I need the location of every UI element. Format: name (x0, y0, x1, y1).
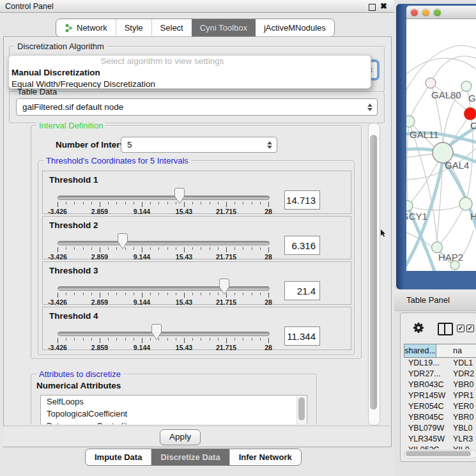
threshold-1-value-field[interactable]: 14.713 (284, 190, 320, 210)
cell-shared-name[interactable]: YBR045C (404, 412, 450, 423)
tick-mark (192, 338, 193, 341)
table-row[interactable]: YDL19...YDL1 (404, 358, 476, 369)
column-header-name[interactable]: na (436, 344, 476, 358)
slider-track[interactable] (58, 332, 270, 336)
minimize-traffic-light-icon[interactable] (422, 9, 429, 16)
threshold-1-slider[interactable]: -3.4262.8599.14415.4321.71528 (58, 194, 268, 212)
network-edge[interactable] (406, 58, 476, 80)
network-node[interactable] (406, 201, 413, 211)
network-view-canvas[interactable]: GAL80GACGAL11GAL4GCY1HHAP2 (406, 19, 476, 271)
tick-label: 28 (265, 344, 272, 351)
tab-discretize-data[interactable]: Discretize Data (151, 449, 229, 465)
cell-name[interactable]: YER0 (450, 401, 476, 412)
tick-mark (150, 338, 151, 341)
dropdown-option-equal-width[interactable]: Equal Width/Frequency Discretization (9, 79, 371, 89)
cell-name[interactable]: YIL0 (450, 445, 476, 449)
apply-button[interactable]: Apply (160, 429, 201, 445)
network-node[interactable] (464, 108, 476, 120)
dropdown-placeholder-option[interactable]: Select algorithm to view settings (9, 56, 371, 67)
tick-mark (134, 247, 134, 250)
tick-mark (150, 247, 151, 250)
table-row[interactable]: YBR043CYBR0 (404, 380, 476, 390)
gear-icon[interactable] (412, 321, 425, 334)
tab-cyni-toolbox[interactable]: Cyni Toolbox (192, 19, 256, 36)
scrollbar-thumb[interactable] (370, 135, 377, 410)
table-row[interactable]: YER054CYER0 (404, 401, 476, 412)
attributes-scrollbar[interactable] (296, 396, 306, 424)
cell-shared-name[interactable]: YIL052C (404, 445, 450, 449)
cell-name[interactable]: YBL0 (450, 423, 476, 434)
network-edge[interactable] (409, 83, 431, 121)
tab-style[interactable]: Style (116, 19, 151, 36)
split-columns-icon[interactable] (438, 323, 453, 335)
settings-scrollbar[interactable] (368, 123, 380, 426)
tab-network[interactable]: Network (56, 19, 116, 36)
cell-shared-name[interactable]: YER054C (404, 401, 450, 412)
cell-name[interactable]: YBR0 (450, 380, 476, 390)
scrollbar-thumb[interactable] (406, 451, 471, 456)
network-node[interactable] (461, 81, 472, 91)
table-row[interactable]: YPR145WYPR1 (404, 390, 476, 401)
cell-name[interactable]: YBR0 (450, 412, 476, 423)
number-of-intervals-combobox[interactable]: 5 (121, 137, 277, 153)
attribute-list-item[interactable]: SelfLoops (41, 395, 307, 408)
slider-handle[interactable] (118, 233, 128, 249)
cell-shared-name[interactable]: YLR345W (404, 434, 450, 445)
checkbox-icon[interactable]: ✓ (457, 325, 464, 332)
close-icon[interactable]: ✖ (380, 1, 387, 12)
dropdown-option-manual[interactable]: Manual Discretization (9, 67, 371, 79)
tab-select[interactable]: Select (151, 19, 192, 36)
network-edge[interactable] (431, 56, 476, 83)
network-window-titlebar[interactable] (406, 6, 476, 19)
threshold-3-slider[interactable]: -3.4262.8599.14415.4321.71528 (58, 285, 268, 303)
network-node[interactable] (426, 78, 436, 88)
tab-jactivemnodules[interactable]: jActiveMNodules (256, 19, 334, 36)
threshold-2-value-field[interactable]: 6.316 (284, 236, 320, 255)
cell-shared-name[interactable]: YDL19... (404, 358, 450, 369)
network-node[interactable] (432, 242, 443, 253)
threshold-3-value-field[interactable]: 21.4 (284, 281, 320, 300)
network-edge[interactable] (408, 206, 460, 210)
table-row[interactable]: YDR27...YDR2 (404, 369, 476, 380)
cell-name[interactable]: YDR2 (450, 369, 476, 380)
slider-handle[interactable] (219, 279, 229, 295)
tab-impute-data[interactable]: Impute Data (86, 449, 151, 465)
network-window[interactable]: GAL80GACGAL11GAL4GCY1HHAP2 (396, 4, 476, 289)
cell-shared-name[interactable]: YBL079W (404, 423, 450, 434)
slider-track[interactable] (58, 286, 270, 291)
attribute-list-item[interactable]: TopologicalCoefficient (41, 408, 307, 420)
tick-mark (74, 293, 75, 295)
checkbox-icon[interactable]: ✓ (466, 325, 474, 332)
tick-mark (268, 247, 269, 252)
close-traffic-light-icon[interactable] (411, 9, 418, 16)
slider-track[interactable] (58, 196, 270, 200)
column-header-shared-name[interactable]: shared... (404, 344, 436, 358)
slider-handle[interactable] (151, 324, 162, 340)
cell-shared-name[interactable]: YDR27... (404, 369, 450, 380)
float-window-icon[interactable] (369, 4, 376, 11)
scrollbar-thumb[interactable] (298, 397, 305, 420)
table-row[interactable]: YBR045CYBR0 (404, 412, 476, 423)
tab-infer-network[interactable]: Infer Network (229, 449, 301, 465)
attribute-list-item[interactable]: BetweennessCentrality (41, 420, 307, 424)
cell-shared-name[interactable]: YBR043C (404, 380, 450, 390)
table-row[interactable]: YBL079WYBL0 (404, 423, 476, 434)
threshold-2-slider[interactable]: -3.4262.8599.14415.4321.71528 (58, 240, 268, 257)
cell-name[interactable]: YLR3 (450, 434, 476, 445)
zoom-traffic-light-icon[interactable] (434, 9, 441, 16)
apply-strip: Apply (3, 426, 390, 447)
slider-track[interactable] (58, 241, 270, 245)
table-horizontal-scrollbar[interactable] (404, 450, 476, 459)
cell-name[interactable]: YPR1 (450, 390, 476, 401)
slider-handle[interactable] (174, 188, 185, 204)
table-data-combobox[interactable]: galFiltered.sif default node (16, 98, 378, 116)
threshold-4-value-field[interactable]: 11.344 (284, 326, 320, 346)
table-row[interactable]: YIL052CYIL0 (404, 445, 476, 449)
network-node[interactable] (459, 197, 472, 210)
threshold-4-slider[interactable]: -3.4262.8599.14415.4321.71528 (58, 330, 268, 348)
network-node[interactable] (406, 116, 415, 127)
cell-shared-name[interactable]: YPR145W (404, 390, 450, 401)
cell-name[interactable]: YDL1 (450, 358, 476, 369)
numerical-attributes-list[interactable]: SelfLoopsTopologicalCoefficientBetweenne… (40, 395, 307, 424)
table-row[interactable]: YLR345WYLR3 (404, 434, 476, 445)
